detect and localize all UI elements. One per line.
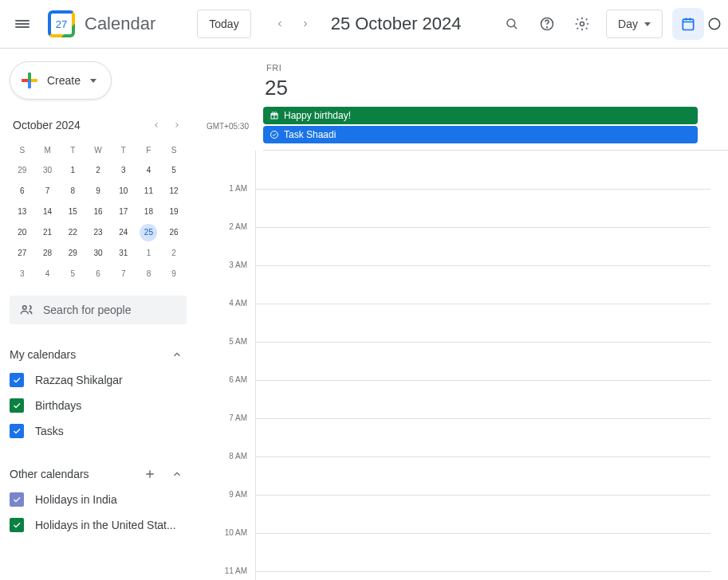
mini-cal-day[interactable]: 28 xyxy=(35,243,61,264)
hour-cell[interactable] xyxy=(255,533,710,571)
mini-cal-day[interactable]: 6 xyxy=(10,181,35,202)
calendar-item[interactable]: Holidays in India xyxy=(10,487,187,512)
mini-cal-day[interactable]: 4 xyxy=(35,264,61,284)
hour-cell[interactable] xyxy=(255,227,710,265)
mini-cal-next[interactable] xyxy=(167,116,187,135)
hour-cell[interactable] xyxy=(255,265,710,304)
mini-cal-day[interactable]: 30 xyxy=(35,160,61,181)
calendar-panel-toggle[interactable] xyxy=(672,8,704,40)
calendar-item[interactable]: Holidays in the United Stat... xyxy=(10,512,187,538)
mini-cal-day[interactable]: 13 xyxy=(10,202,35,222)
hour-cell[interactable] xyxy=(255,151,710,189)
all-day-area[interactable]: Happy birthday!Task Shaadi xyxy=(263,107,728,151)
mini-cal-day[interactable]: 3 xyxy=(10,264,35,284)
hour-label: 9 AM xyxy=(198,490,255,528)
day-of-month[interactable]: 25 xyxy=(265,76,728,100)
logo[interactable]: 27 Calendar xyxy=(48,10,155,37)
main-menu-button[interactable] xyxy=(6,8,38,40)
mini-cal-day[interactable]: 20 xyxy=(10,222,35,243)
calendar-item[interactable]: Tasks xyxy=(10,418,187,444)
mini-cal-day[interactable]: 10 xyxy=(111,181,136,202)
mini-cal-day[interactable]: 16 xyxy=(85,202,111,222)
search-people-input[interactable]: Search for people xyxy=(10,296,187,324)
hour-grid[interactable]: 1 AM2 AM3 AM4 AM5 AM6 AM7 AM8 AM9 AM10 A… xyxy=(198,151,728,580)
other-calendars-title[interactable]: Other calendars xyxy=(10,468,89,480)
mini-cal-day[interactable]: 12 xyxy=(161,181,187,202)
mini-cal-day[interactable]: 5 xyxy=(161,160,187,181)
check-icon xyxy=(12,495,22,504)
mini-cal-day[interactable]: 15 xyxy=(60,202,85,222)
prev-day-button[interactable] xyxy=(267,11,293,37)
calendar-label: Tasks xyxy=(35,425,64,437)
add-other-calendar[interactable] xyxy=(140,464,159,484)
mini-cal-day[interactable]: 18 xyxy=(136,202,162,222)
chevron-up-icon xyxy=(171,468,183,480)
mini-cal-dow: W xyxy=(85,141,111,160)
view-switcher[interactable]: Day xyxy=(606,10,663,38)
hour-cell[interactable] xyxy=(255,418,710,457)
mini-cal-day[interactable]: 24 xyxy=(111,222,136,243)
mini-cal-day[interactable]: 2 xyxy=(85,160,111,181)
my-calendars-collapse[interactable] xyxy=(167,345,187,364)
calendar-item[interactable]: Birthdays xyxy=(10,393,187,418)
hour-cell[interactable] xyxy=(255,457,710,495)
keep-panel-toggle[interactable] xyxy=(707,8,722,40)
mini-cal-day[interactable]: 9 xyxy=(161,264,187,284)
mini-cal-day[interactable]: 1 xyxy=(60,160,85,181)
calendar-checkbox[interactable] xyxy=(10,398,24,413)
my-calendars-title[interactable]: My calendars xyxy=(10,348,76,361)
header: 27 Calendar Today 25 October 2024 Day xyxy=(0,0,728,49)
mini-cal-day[interactable]: 11 xyxy=(136,181,162,202)
calendar-checkbox[interactable] xyxy=(10,492,24,507)
hour-cell[interactable] xyxy=(255,342,710,380)
mini-cal-day[interactable]: 1 xyxy=(136,243,162,264)
mini-cal-day[interactable]: 21 xyxy=(35,222,61,243)
hour-cell[interactable] xyxy=(255,189,710,227)
mini-cal-day[interactable]: 5 xyxy=(60,264,85,284)
all-day-event[interactable]: Happy birthday! xyxy=(263,107,698,124)
next-day-button[interactable] xyxy=(293,11,318,37)
mini-cal-day[interactable]: 6 xyxy=(85,264,111,284)
calendar-checkbox[interactable] xyxy=(10,424,24,438)
hour-label: 1 AM xyxy=(198,184,255,222)
settings-button[interactable] xyxy=(566,8,598,40)
mini-cal-day[interactable]: 29 xyxy=(60,243,85,264)
hour-cell[interactable] xyxy=(255,571,710,580)
mini-cal-day[interactable]: 31 xyxy=(111,243,136,264)
mini-cal-day[interactable]: 26 xyxy=(161,222,187,243)
mini-cal-prev[interactable] xyxy=(147,116,166,135)
mini-cal-day[interactable]: 7 xyxy=(35,181,61,202)
mini-cal-day[interactable]: 17 xyxy=(111,202,136,222)
date-range[interactable]: 25 October 2024 xyxy=(331,14,462,34)
mini-cal-day[interactable]: 4 xyxy=(136,160,162,181)
mini-cal-day[interactable]: 2 xyxy=(161,243,187,264)
mini-cal-day[interactable]: 22 xyxy=(60,222,85,243)
search-button[interactable] xyxy=(496,8,528,40)
mini-cal-day[interactable]: 8 xyxy=(136,264,162,284)
calendar-item[interactable]: Razzaq Shikalgar xyxy=(10,367,187,393)
all-day-event[interactable]: Task Shaadi xyxy=(263,126,698,143)
mini-cal-day[interactable]: 3 xyxy=(111,160,136,181)
today-button[interactable]: Today xyxy=(197,10,250,38)
mini-cal-day[interactable]: 7 xyxy=(111,264,136,284)
calendar-checkbox[interactable] xyxy=(10,373,24,387)
plus-icon xyxy=(22,72,37,88)
chevron-up-icon xyxy=(171,349,183,360)
mini-cal-day[interactable]: 9 xyxy=(85,181,111,202)
mini-cal-day[interactable]: 25 xyxy=(136,222,162,243)
mini-cal-day[interactable]: 8 xyxy=(60,181,85,202)
support-button[interactable] xyxy=(531,8,563,40)
mini-cal-day[interactable]: 27 xyxy=(10,243,35,264)
mini-cal-day[interactable]: 30 xyxy=(85,243,111,264)
other-calendars-collapse[interactable] xyxy=(167,464,187,484)
calendar-checkbox[interactable] xyxy=(10,518,24,532)
hour-cell[interactable] xyxy=(255,380,710,418)
mini-cal-day[interactable]: 19 xyxy=(161,202,187,222)
mini-cal-day[interactable]: 14 xyxy=(35,202,61,222)
hour-cell[interactable] xyxy=(255,304,710,342)
mini-cal-day[interactable]: 23 xyxy=(85,222,111,243)
mini-cal-day[interactable]: 29 xyxy=(10,160,35,181)
create-button[interactable]: Create xyxy=(10,61,112,100)
svg-point-3 xyxy=(580,22,584,26)
hour-cell[interactable] xyxy=(255,495,710,533)
